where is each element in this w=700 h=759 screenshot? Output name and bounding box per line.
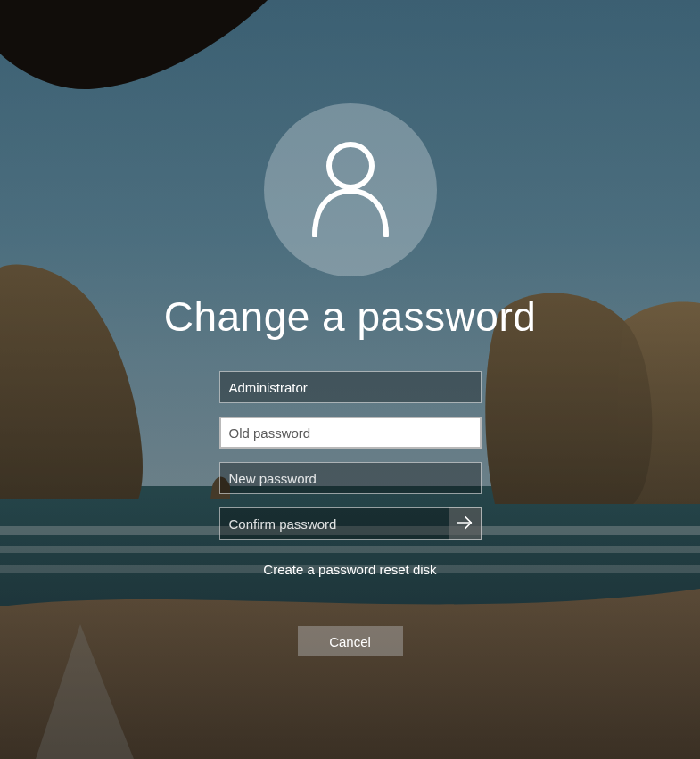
new-password-field-wrap (219, 462, 482, 494)
change-password-panel: Change a password Create a password res (0, 0, 700, 759)
username-field-wrap (219, 371, 482, 403)
old-password-field[interactable] (219, 417, 482, 449)
reset-disk-link[interactable]: Create a password reset disk (263, 562, 436, 577)
confirm-password-row (219, 507, 482, 540)
user-icon (306, 139, 395, 241)
new-password-field[interactable] (219, 462, 482, 494)
cancel-button[interactable]: Cancel (298, 626, 403, 656)
arrow-right-icon (455, 513, 474, 535)
svg-point-5 (329, 144, 372, 187)
confirm-password-field[interactable] (219, 507, 449, 540)
old-password-field-wrap (219, 417, 482, 449)
submit-button[interactable] (449, 507, 482, 540)
user-avatar (264, 103, 437, 276)
page-title: Change a password (164, 293, 537, 341)
change-password-form: Create a password reset disk Cancel (219, 371, 482, 656)
username-field[interactable] (219, 371, 482, 403)
